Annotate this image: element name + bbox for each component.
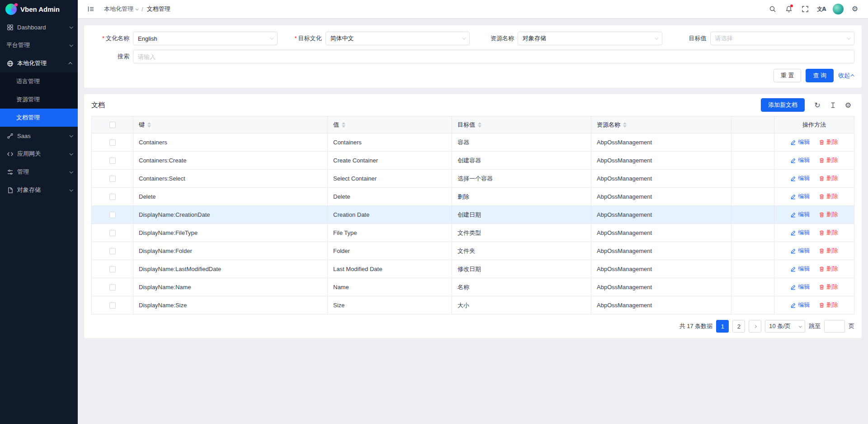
chevron-down-icon <box>270 36 274 39</box>
sidebar-item-platform[interactable]: 平台管理 <box>0 36 78 54</box>
delete-icon <box>819 284 825 290</box>
sort-icons[interactable] <box>342 122 345 128</box>
target-value-select[interactable]: 请选择 <box>710 32 855 45</box>
edit-action-label: 编辑 <box>798 283 810 291</box>
target-culture-field: *目标文化 简体中文 <box>284 32 470 45</box>
search-button[interactable] <box>766 2 779 16</box>
select-all-checkbox[interactable] <box>109 122 116 128</box>
column-header-target[interactable]: 目标值 <box>452 116 591 133</box>
edit-action[interactable]: 编辑 <box>790 174 810 182</box>
edit-action[interactable]: 编辑 <box>790 192 810 200</box>
delete-action[interactable]: 删除 <box>819 265 838 273</box>
query-button[interactable]: 查 询 <box>806 69 834 82</box>
target-culture-select[interactable]: 简体中文 <box>326 32 470 45</box>
next-page-button[interactable] <box>749 320 761 333</box>
gear-icon: ⚙ <box>845 101 851 110</box>
reset-button[interactable]: 重 置 <box>774 69 802 82</box>
edit-action[interactable]: 编辑 <box>790 210 810 219</box>
table-row[interactable]: DisplayName:CreationDate Creation Date 创… <box>92 206 854 224</box>
delete-action[interactable]: 删除 <box>819 247 838 255</box>
edit-action[interactable]: 编辑 <box>790 283 810 291</box>
notification-button[interactable] <box>782 2 796 16</box>
edit-action[interactable]: 编辑 <box>790 247 810 255</box>
page-button-1[interactable]: 1 <box>716 320 729 333</box>
table-row[interactable]: Containers:Select Select Container 选择一个容… <box>92 170 854 188</box>
edit-icon <box>790 176 796 181</box>
breadcrumb-parent[interactable]: 本地化管理 <box>104 5 138 13</box>
search-input[interactable] <box>133 50 854 63</box>
edit-action[interactable]: 编辑 <box>790 301 810 309</box>
row-checkbox[interactable] <box>109 212 116 218</box>
row-checkbox[interactable] <box>109 248 116 254</box>
sidebar-item-resource-management[interactable]: 资源管理 <box>0 91 78 109</box>
refresh-button[interactable]: ↻ <box>811 99 824 111</box>
sidebar-item-object-storage[interactable]: 对象存储 <box>0 181 78 199</box>
top-header: 本地化管理 / 文档管理 文A <box>78 0 868 18</box>
row-checkbox[interactable] <box>109 266 116 272</box>
table-row[interactable]: DisplayName:FileType File Type 文件类型 AbpO… <box>92 224 854 242</box>
table-row[interactable]: Containers:Create Create Container 创建容器 … <box>92 152 854 170</box>
row-checkbox[interactable] <box>109 176 116 182</box>
translate-button[interactable]: 文A <box>815 2 828 16</box>
edit-action[interactable]: 编辑 <box>790 156 810 164</box>
delete-action[interactable]: 删除 <box>819 192 838 200</box>
delete-action[interactable]: 删除 <box>819 210 838 219</box>
delete-action[interactable]: 删除 <box>819 283 838 291</box>
row-height-button[interactable] <box>826 99 839 111</box>
sort-icons[interactable] <box>623 122 627 128</box>
table-row[interactable]: Delete Delete 删除 AbpOssManagement 编辑 删除 <box>92 188 854 206</box>
add-document-button[interactable]: 添加新文档 <box>761 98 805 112</box>
sidebar-item-document-management[interactable]: 文档管理 <box>0 109 78 127</box>
delete-icon <box>819 230 825 236</box>
row-checkbox[interactable] <box>109 302 116 309</box>
fullscreen-button[interactable] <box>798 2 812 16</box>
column-header-value[interactable]: 值 <box>328 116 452 133</box>
sort-icons[interactable] <box>478 122 481 128</box>
delete-action[interactable]: 删除 <box>819 138 838 146</box>
delete-action-label: 删除 <box>826 301 838 309</box>
edit-icon <box>790 212 796 218</box>
edit-action[interactable]: 编辑 <box>790 265 810 273</box>
page-button-2[interactable]: 2 <box>732 320 745 333</box>
resource-select-value: 对象存储 <box>523 34 546 43</box>
sidebar-item-saas[interactable]: Saas <box>0 127 78 145</box>
table-row[interactable]: DisplayName:Folder Folder 文件夹 AbpOssMana… <box>92 242 854 260</box>
column-header-key[interactable]: 键 <box>133 116 328 133</box>
collapse-filter-link[interactable]: 收起 <box>838 71 854 80</box>
resource-select[interactable]: 对象存储 <box>518 32 662 45</box>
row-checkbox[interactable] <box>109 139 116 146</box>
sidebar-item-localization[interactable]: 本地化管理 <box>0 54 78 72</box>
sidebar-item-management[interactable]: 管理 <box>0 163 78 181</box>
sidebar-item-language-management[interactable]: 语言管理 <box>0 72 78 91</box>
logo[interactable]: Vben Admin <box>0 0 78 18</box>
delete-action[interactable]: 删除 <box>819 301 838 309</box>
column-settings-button[interactable]: ⚙ <box>842 99 854 111</box>
cell-key: Containers:Select <box>133 170 328 188</box>
page-size-select[interactable]: 10 条/页 <box>765 320 805 333</box>
collapse-sidebar-icon[interactable] <box>84 2 98 16</box>
delete-action[interactable]: 删除 <box>819 156 838 164</box>
cell-target: 选择一个容器 <box>452 170 591 188</box>
table-row[interactable]: DisplayName:LastModifiedDate Last Modifi… <box>92 260 854 278</box>
table-row[interactable]: Containers Containers 容器 AbpOssManagemen… <box>92 133 854 152</box>
delete-action[interactable]: 删除 <box>819 174 838 182</box>
column-header-resource[interactable]: 资源名称 <box>591 116 731 133</box>
culture-select[interactable]: English <box>133 32 278 45</box>
row-checkbox[interactable] <box>109 194 116 200</box>
row-checkbox[interactable] <box>109 230 116 236</box>
sidebar-item-dashboard[interactable]: Dashboard <box>0 18 78 36</box>
user-avatar[interactable] <box>833 4 844 14</box>
table-row[interactable]: DisplayName:Name Name 名称 AbpOssManagemen… <box>92 278 854 296</box>
collapse-filter-label: 收起 <box>838 71 850 80</box>
table-row[interactable]: DisplayName:Size Size 大小 AbpOssManagemen… <box>92 296 854 314</box>
settings-button[interactable]: ⚙ <box>848 2 862 16</box>
edit-action[interactable]: 编辑 <box>790 229 810 237</box>
jump-page-input[interactable] <box>824 320 845 333</box>
row-checkbox[interactable] <box>109 284 116 291</box>
delete-action[interactable]: 删除 <box>819 229 838 237</box>
sort-icons[interactable] <box>147 122 151 128</box>
row-checkbox[interactable] <box>109 157 116 164</box>
edit-action[interactable]: 编辑 <box>790 138 810 146</box>
localization-icon <box>6 60 14 67</box>
sidebar-item-gateway[interactable]: 应用网关 <box>0 145 78 163</box>
